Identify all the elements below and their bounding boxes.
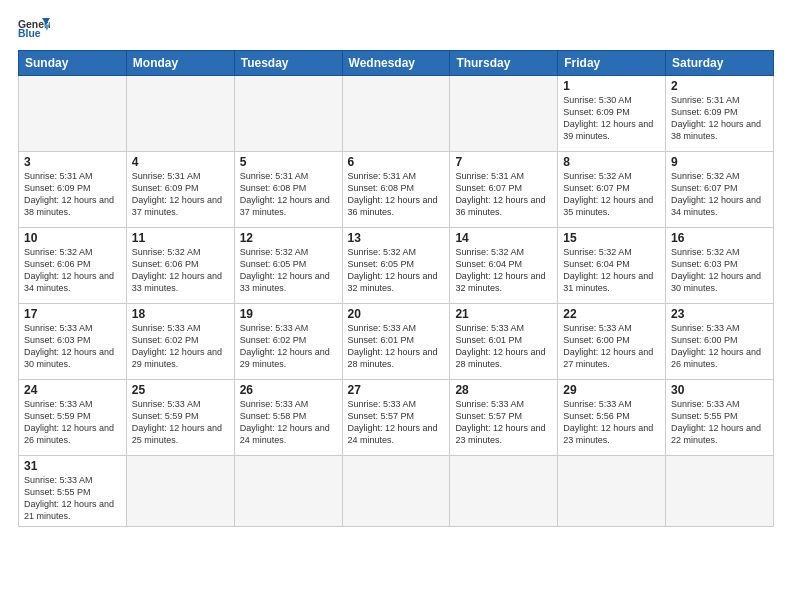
day-number: 7 — [455, 155, 552, 169]
calendar-cell: 26Sunrise: 5:33 AM Sunset: 5:58 PM Dayli… — [234, 380, 342, 456]
calendar-cell: 30Sunrise: 5:33 AM Sunset: 5:55 PM Dayli… — [666, 380, 774, 456]
calendar-week-row: 17Sunrise: 5:33 AM Sunset: 6:03 PM Dayli… — [19, 304, 774, 380]
day-info: Sunrise: 5:33 AM Sunset: 5:57 PM Dayligh… — [455, 398, 552, 447]
calendar-table: SundayMondayTuesdayWednesdayThursdayFrid… — [18, 50, 774, 527]
calendar-header-sunday: Sunday — [19, 51, 127, 76]
day-number: 1 — [563, 79, 660, 93]
calendar-cell — [558, 456, 666, 527]
day-info: Sunrise: 5:32 AM Sunset: 6:04 PM Dayligh… — [455, 246, 552, 295]
calendar-header-friday: Friday — [558, 51, 666, 76]
day-info: Sunrise: 5:33 AM Sunset: 6:01 PM Dayligh… — [348, 322, 445, 371]
day-number: 20 — [348, 307, 445, 321]
calendar-cell: 21Sunrise: 5:33 AM Sunset: 6:01 PM Dayli… — [450, 304, 558, 380]
day-number: 12 — [240, 231, 337, 245]
day-number: 27 — [348, 383, 445, 397]
calendar-cell — [342, 76, 450, 152]
calendar-cell: 22Sunrise: 5:33 AM Sunset: 6:00 PM Dayli… — [558, 304, 666, 380]
calendar-cell: 12Sunrise: 5:32 AM Sunset: 6:05 PM Dayli… — [234, 228, 342, 304]
day-info: Sunrise: 5:31 AM Sunset: 6:09 PM Dayligh… — [671, 94, 768, 143]
calendar-week-row: 24Sunrise: 5:33 AM Sunset: 5:59 PM Dayli… — [19, 380, 774, 456]
calendar-cell: 23Sunrise: 5:33 AM Sunset: 6:00 PM Dayli… — [666, 304, 774, 380]
day-number: 15 — [563, 231, 660, 245]
day-number: 19 — [240, 307, 337, 321]
calendar-cell — [126, 456, 234, 527]
day-number: 4 — [132, 155, 229, 169]
day-info: Sunrise: 5:32 AM Sunset: 6:05 PM Dayligh… — [240, 246, 337, 295]
calendar-header-wednesday: Wednesday — [342, 51, 450, 76]
calendar-cell: 29Sunrise: 5:33 AM Sunset: 5:56 PM Dayli… — [558, 380, 666, 456]
day-number: 30 — [671, 383, 768, 397]
calendar-cell — [450, 456, 558, 527]
logo: General Blue — [18, 16, 50, 44]
day-info: Sunrise: 5:32 AM Sunset: 6:07 PM Dayligh… — [563, 170, 660, 219]
calendar-cell: 9Sunrise: 5:32 AM Sunset: 6:07 PM Daylig… — [666, 152, 774, 228]
calendar-cell — [234, 76, 342, 152]
calendar-header-thursday: Thursday — [450, 51, 558, 76]
calendar-cell — [234, 456, 342, 527]
calendar-cell: 16Sunrise: 5:32 AM Sunset: 6:03 PM Dayli… — [666, 228, 774, 304]
day-number: 10 — [24, 231, 121, 245]
day-number: 29 — [563, 383, 660, 397]
calendar-header-saturday: Saturday — [666, 51, 774, 76]
calendar-header-monday: Monday — [126, 51, 234, 76]
calendar-cell: 14Sunrise: 5:32 AM Sunset: 6:04 PM Dayli… — [450, 228, 558, 304]
day-info: Sunrise: 5:31 AM Sunset: 6:07 PM Dayligh… — [455, 170, 552, 219]
day-number: 11 — [132, 231, 229, 245]
day-info: Sunrise: 5:32 AM Sunset: 6:06 PM Dayligh… — [24, 246, 121, 295]
calendar-cell: 17Sunrise: 5:33 AM Sunset: 6:03 PM Dayli… — [19, 304, 127, 380]
calendar-week-row: 3Sunrise: 5:31 AM Sunset: 6:09 PM Daylig… — [19, 152, 774, 228]
day-number: 6 — [348, 155, 445, 169]
day-info: Sunrise: 5:33 AM Sunset: 5:57 PM Dayligh… — [348, 398, 445, 447]
calendar-cell: 13Sunrise: 5:32 AM Sunset: 6:05 PM Dayli… — [342, 228, 450, 304]
day-info: Sunrise: 5:33 AM Sunset: 5:58 PM Dayligh… — [240, 398, 337, 447]
day-number: 13 — [348, 231, 445, 245]
calendar-cell — [342, 456, 450, 527]
day-info: Sunrise: 5:31 AM Sunset: 6:08 PM Dayligh… — [240, 170, 337, 219]
calendar-cell: 18Sunrise: 5:33 AM Sunset: 6:02 PM Dayli… — [126, 304, 234, 380]
day-info: Sunrise: 5:32 AM Sunset: 6:03 PM Dayligh… — [671, 246, 768, 295]
calendar-week-row: 31Sunrise: 5:33 AM Sunset: 5:55 PM Dayli… — [19, 456, 774, 527]
calendar-cell — [666, 456, 774, 527]
day-info: Sunrise: 5:31 AM Sunset: 6:09 PM Dayligh… — [24, 170, 121, 219]
svg-text:Blue: Blue — [18, 28, 41, 39]
day-number: 23 — [671, 307, 768, 321]
day-info: Sunrise: 5:33 AM Sunset: 5:59 PM Dayligh… — [132, 398, 229, 447]
header: General Blue — [18, 16, 774, 44]
day-info: Sunrise: 5:32 AM Sunset: 6:06 PM Dayligh… — [132, 246, 229, 295]
day-info: Sunrise: 5:33 AM Sunset: 5:59 PM Dayligh… — [24, 398, 121, 447]
day-info: Sunrise: 5:33 AM Sunset: 5:56 PM Dayligh… — [563, 398, 660, 447]
calendar-header-row: SundayMondayTuesdayWednesdayThursdayFrid… — [19, 51, 774, 76]
day-info: Sunrise: 5:33 AM Sunset: 6:02 PM Dayligh… — [132, 322, 229, 371]
calendar-cell: 10Sunrise: 5:32 AM Sunset: 6:06 PM Dayli… — [19, 228, 127, 304]
calendar-cell: 1Sunrise: 5:30 AM Sunset: 6:09 PM Daylig… — [558, 76, 666, 152]
calendar-cell: 31Sunrise: 5:33 AM Sunset: 5:55 PM Dayli… — [19, 456, 127, 527]
calendar-cell — [126, 76, 234, 152]
day-info: Sunrise: 5:33 AM Sunset: 5:55 PM Dayligh… — [671, 398, 768, 447]
day-info: Sunrise: 5:32 AM Sunset: 6:04 PM Dayligh… — [563, 246, 660, 295]
day-number: 5 — [240, 155, 337, 169]
calendar-cell: 2Sunrise: 5:31 AM Sunset: 6:09 PM Daylig… — [666, 76, 774, 152]
day-number: 21 — [455, 307, 552, 321]
day-info: Sunrise: 5:33 AM Sunset: 5:55 PM Dayligh… — [24, 474, 121, 523]
day-number: 28 — [455, 383, 552, 397]
calendar-week-row: 1Sunrise: 5:30 AM Sunset: 6:09 PM Daylig… — [19, 76, 774, 152]
day-number: 14 — [455, 231, 552, 245]
day-info: Sunrise: 5:33 AM Sunset: 6:00 PM Dayligh… — [671, 322, 768, 371]
calendar-cell: 5Sunrise: 5:31 AM Sunset: 6:08 PM Daylig… — [234, 152, 342, 228]
day-number: 25 — [132, 383, 229, 397]
day-number: 17 — [24, 307, 121, 321]
calendar-cell — [450, 76, 558, 152]
calendar-cell: 11Sunrise: 5:32 AM Sunset: 6:06 PM Dayli… — [126, 228, 234, 304]
day-number: 18 — [132, 307, 229, 321]
day-info: Sunrise: 5:33 AM Sunset: 6:01 PM Dayligh… — [455, 322, 552, 371]
calendar-cell: 3Sunrise: 5:31 AM Sunset: 6:09 PM Daylig… — [19, 152, 127, 228]
calendar-week-row: 10Sunrise: 5:32 AM Sunset: 6:06 PM Dayli… — [19, 228, 774, 304]
calendar-cell: 7Sunrise: 5:31 AM Sunset: 6:07 PM Daylig… — [450, 152, 558, 228]
calendar-cell: 19Sunrise: 5:33 AM Sunset: 6:02 PM Dayli… — [234, 304, 342, 380]
day-info: Sunrise: 5:30 AM Sunset: 6:09 PM Dayligh… — [563, 94, 660, 143]
day-number: 31 — [24, 459, 121, 473]
day-info: Sunrise: 5:32 AM Sunset: 6:05 PM Dayligh… — [348, 246, 445, 295]
calendar-cell: 27Sunrise: 5:33 AM Sunset: 5:57 PM Dayli… — [342, 380, 450, 456]
day-number: 3 — [24, 155, 121, 169]
day-number: 16 — [671, 231, 768, 245]
